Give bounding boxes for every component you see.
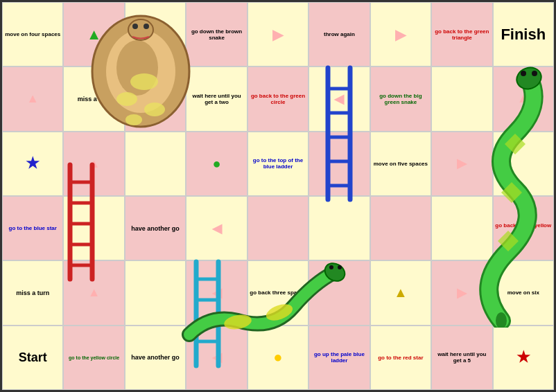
cell-start: Start xyxy=(2,326,63,390)
cell-r0c7: go back to the green triangle xyxy=(431,2,492,66)
cell-r4c3: ◀ xyxy=(186,260,247,325)
arrow-right-icon-2: ▶ xyxy=(272,26,283,43)
cell-r1c4: go back to the green circle xyxy=(247,66,309,131)
cell-r1c3: wait here until you get a two xyxy=(186,66,247,131)
cell-r1c6: go down the big green snake xyxy=(370,66,431,131)
cell-r1c1: miss a turn xyxy=(63,66,124,131)
blue-star-icon: ★ xyxy=(26,154,40,172)
cell-r5c6: go to the red star xyxy=(370,326,431,390)
arrow-left-icon-3: ◀ xyxy=(212,285,222,301)
cell-r1c8: ▲ xyxy=(493,66,554,131)
cell-r1c7 xyxy=(431,66,492,131)
cell-r2c2 xyxy=(125,132,186,196)
cell-r0c1: ▲ xyxy=(63,2,124,66)
cell-r3c3: ◀ xyxy=(186,196,247,260)
arrow-left-icon-2: ◀ xyxy=(212,221,222,236)
yellow-circle-icon: ● xyxy=(273,348,282,366)
cell-r3c5 xyxy=(309,196,370,260)
cell-r2c8 xyxy=(493,132,554,196)
red-star-icon: ★ xyxy=(516,348,530,366)
cell-r0c5: throw again xyxy=(309,2,370,66)
cell-r2c4: go to the top of the blue ladder xyxy=(247,132,309,196)
arrow-left-icon: ◀ xyxy=(334,91,344,107)
cell-r5c4: ● xyxy=(247,326,309,390)
cell-r0c6: ▶ xyxy=(370,2,431,66)
cell-r5c2: have another go xyxy=(125,326,186,390)
cell-r4c4: go back three spaces xyxy=(247,260,309,325)
cell-r0c2: ▶ xyxy=(125,2,186,66)
arrow-right-icon: ▶ xyxy=(150,26,161,43)
cell-r5c8: ★ xyxy=(493,326,554,390)
cell-r3c7 xyxy=(431,196,492,260)
cell-r1c0: ▲ xyxy=(2,66,63,131)
cell-r5c5: go up the pale blue ladder xyxy=(309,326,370,390)
cell-r1c5: ◀ xyxy=(309,66,370,131)
cell-r4c1: ▲ xyxy=(63,260,124,325)
cell-r0c0: move on four spaces xyxy=(2,2,63,66)
cell-r4c5 xyxy=(309,260,370,325)
cell-r2c0: ★ xyxy=(2,132,63,196)
cell-r0c3: go down the brown snake xyxy=(186,2,247,66)
cell-r4c8: move on six xyxy=(493,260,554,325)
arrow-right-icon-4: ▶ xyxy=(457,156,467,171)
cell-r5c1: go to the yellow circle xyxy=(63,326,124,390)
arrow-up-icon-4: ▲ xyxy=(88,285,101,300)
cell-r2c6: move on five spaces xyxy=(370,132,431,196)
game-board: move on four spaces ▲ ▶ go down the brow… xyxy=(0,0,556,392)
cell-r4c2 xyxy=(125,260,186,325)
cell-r2c7: ▶ xyxy=(431,132,492,196)
yellow-triangle-icon: ▲ xyxy=(394,285,408,301)
green-circle-icon: ● xyxy=(213,156,221,172)
cell-r3c6 xyxy=(370,196,431,260)
cell-r3c1 xyxy=(63,196,124,260)
arrow-up-icon: ▲ xyxy=(26,91,39,106)
cell-r4c7: ▶ xyxy=(431,260,492,325)
cell-r3c4 xyxy=(247,196,309,260)
cell-finish: Finish xyxy=(493,2,554,66)
cell-r5c3: ◀ xyxy=(186,326,247,390)
arrow-right-icon-3: ▶ xyxy=(395,26,406,43)
arrow-right-icon-5: ▶ xyxy=(457,285,467,301)
green-triangle-icon: ▲ xyxy=(87,26,102,44)
cell-r3c0: go to the blue star xyxy=(2,196,63,260)
cell-r3c2: have another go xyxy=(125,196,186,260)
cell-r1c2 xyxy=(125,66,186,131)
cell-r3c8: go back to the yellow triangle xyxy=(493,196,554,260)
cell-r0c4: ▶ xyxy=(247,2,309,66)
arrow-up-icon-3: ▲ xyxy=(88,157,101,171)
arrow-left-icon-4: ◀ xyxy=(212,350,222,365)
arrow-up-icon-2: ▲ xyxy=(517,91,530,106)
cell-r5c7: wait here until you get a 5 xyxy=(431,326,492,390)
cell-r4c0: miss a turn xyxy=(2,260,63,325)
cell-r4c6: ▲ xyxy=(370,260,431,325)
cell-r2c5 xyxy=(309,132,370,196)
cell-r2c1: ▲ xyxy=(63,132,124,196)
cell-r2c3: ● xyxy=(186,132,247,196)
